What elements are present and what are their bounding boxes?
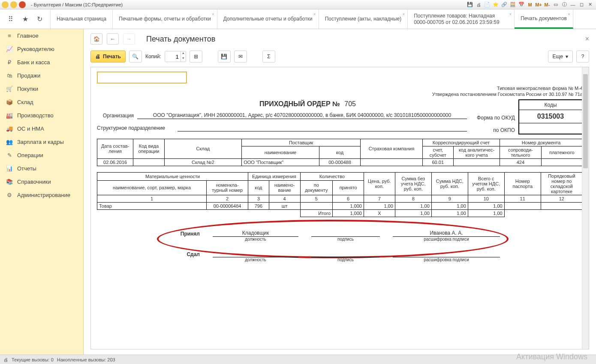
- cart-icon: 🛒: [6, 86, 13, 92]
- preview-button[interactable]: 🔍: [129, 51, 142, 63]
- window-title: - Бухгалтерия / Максим (1С:Предприятие): [31, 2, 123, 7]
- sidebar-item-admin[interactable]: ⚙Администрирование: [0, 188, 83, 202]
- column-numbers-row: 12 34 56 78 910 1112: [97, 195, 583, 202]
- sidebar-item-salary[interactable]: 👥Зарплата и кадры: [0, 135, 83, 149]
- toolbar-calc-icon[interactable]: 🧮: [509, 1, 517, 9]
- tab-close-icon[interactable]: ×: [402, 12, 405, 17]
- sidebar-item-reports[interactable]: 📊Отчеты: [0, 162, 83, 175]
- table-row: Товар 00-00006484 796 шт 1,000 1,00 1,00…: [97, 202, 583, 209]
- toolbar-print-icon[interactable]: 🖨: [475, 1, 482, 9]
- app-icon-1: [2, 1, 9, 8]
- back-button[interactable]: ←: [107, 33, 119, 45]
- sidebar-item-assets[interactable]: 🚚ОС и НМА: [0, 122, 83, 135]
- toolbar-panel-icon[interactable]: ▭: [552, 1, 560, 9]
- report-icon: 📊: [6, 165, 13, 172]
- tab-start-page[interactable]: Начальная страница: [51, 9, 113, 29]
- page-close-button[interactable]: ×: [585, 35, 589, 43]
- tab-print-forms[interactable]: Печатные формы, отчеты и обработки×: [113, 9, 217, 29]
- sidebar-item-sales[interactable]: 🛍Продажи: [0, 69, 83, 82]
- sidebar: ≡Главное 📈Руководителю ₽Банк и касса 🛍Пр…: [0, 29, 84, 355]
- tab-receipt-doc[interactable]: Поступление товаров: Накладная 0000-0007…: [408, 9, 515, 29]
- toolbar-info-icon[interactable]: ⓘ: [560, 1, 568, 9]
- table-button[interactable]: ⊞: [190, 51, 202, 63]
- page-title: Печать документов: [146, 35, 215, 44]
- history-icon[interactable]: ↻: [36, 15, 44, 23]
- tab-close-icon[interactable]: ×: [313, 12, 316, 17]
- chart-icon: 📈: [6, 46, 13, 52]
- form-header: Типовая межотраслевая форма № М-4 Утверж…: [97, 85, 583, 98]
- apps-grid-icon[interactable]: ⠿: [7, 15, 15, 23]
- header-table: Дата состав-ления Код вида операции Скла…: [97, 139, 583, 166]
- tab-additional-reports[interactable]: Дополнительные отчеты и обработки×: [217, 9, 319, 29]
- position-field: Кладовщикдолжность: [213, 230, 298, 237]
- name-field: Иванова А. А.расшифровка подписи: [393, 230, 500, 237]
- app-icon-3: [19, 1, 26, 8]
- factory-icon: 🏭: [6, 112, 13, 119]
- windows-watermark: Активация Windows: [516, 352, 587, 355]
- position-field-2: должность: [213, 257, 298, 257]
- window-minimize-button[interactable]: —: [569, 1, 577, 9]
- window-maximize-button[interactable]: ◻: [578, 1, 585, 9]
- name-field-2: расшифровка подписи: [393, 257, 500, 257]
- page-header: 🏠 ← → Печать документов ×: [84, 29, 596, 49]
- status-current: Текущие вызовы: 0: [12, 357, 54, 362]
- vertical-scrollbar[interactable]: [582, 67, 589, 349]
- sidebar-item-main[interactable]: ≡Главное: [0, 29, 83, 42]
- document-title: ПРИХОДНЫЙ ОРДЕР № 705: [97, 100, 583, 108]
- subdiv-value: [178, 131, 467, 131]
- toolbar-save-icon[interactable]: 💾: [466, 1, 474, 9]
- okpo-value: [519, 123, 582, 134]
- tabs-row: ⠿ ★ ↻ Начальная страница Печатные формы,…: [0, 9, 596, 29]
- toolbar-doc-icon[interactable]: 📄: [483, 1, 491, 9]
- codes-box: Коды 0315003: [518, 99, 583, 134]
- print-button[interactable]: 🖨 Печать: [90, 51, 126, 63]
- sidebar-item-operations[interactable]: ✎Операции: [0, 149, 83, 162]
- sidebar-item-purchases[interactable]: 🛒Покупки: [0, 82, 83, 95]
- document-preview[interactable]: Типовая межотраслевая форма № М-4 Утверж…: [90, 67, 589, 349]
- help-button[interactable]: ?: [576, 51, 589, 63]
- memory-mminus-button[interactable]: M-: [543, 1, 551, 9]
- sidebar-item-warehouse[interactable]: 📦Склад: [0, 95, 83, 109]
- toolbar-star-icon[interactable]: ⭐: [492, 1, 500, 9]
- sidebar-item-directories[interactable]: 📚Справочники: [0, 175, 83, 188]
- tab-print-documents[interactable]: Печать документов×: [515, 9, 573, 29]
- home-button[interactable]: 🏠: [90, 33, 102, 45]
- content-area: 🏠 ← → Печать документов × 🖨 Печать 🔍 Коп…: [84, 29, 596, 355]
- forward-button[interactable]: →: [123, 33, 135, 45]
- okud-value: 0315003: [519, 110, 582, 123]
- more-button[interactable]: Еще ▾: [548, 51, 573, 63]
- favorites-icon[interactable]: ★: [21, 15, 29, 23]
- ruble-icon: ₽: [6, 59, 13, 66]
- gear-icon: ⚙: [6, 192, 13, 198]
- people-icon: 👥: [6, 139, 13, 145]
- spin-up-icon[interactable]: ▲: [181, 51, 186, 57]
- tab-receipts[interactable]: Поступление (акты, накладные)×: [319, 9, 408, 29]
- edit-selection-box[interactable]: [97, 72, 187, 84]
- spin-down-icon[interactable]: ▼: [181, 57, 186, 62]
- codes-title: Коды: [519, 100, 582, 110]
- sidebar-item-production[interactable]: 🏭Производство: [0, 109, 83, 122]
- org-value: ООО "Организация", ИНН 2600000001, Адрес…: [137, 112, 467, 119]
- save-button[interactable]: 💾: [218, 51, 231, 63]
- sidebar-item-manager[interactable]: 📈Руководителю: [0, 42, 83, 56]
- copies-stepper[interactable]: ▲▼: [165, 51, 186, 62]
- toolbar-link-icon[interactable]: 🔗: [500, 1, 508, 9]
- tab-close-icon[interactable]: ×: [568, 12, 570, 17]
- status-accumulated: Накопленные вызовы: 203: [57, 357, 115, 362]
- memory-mplus-button[interactable]: M+: [535, 1, 542, 9]
- memory-m-button[interactable]: M: [526, 1, 534, 9]
- sidebar-item-bank[interactable]: ₽Банк и касса: [0, 56, 83, 69]
- signature-field-2: подпись: [311, 257, 380, 257]
- tab-close-icon[interactable]: ×: [212, 12, 214, 17]
- pencil-icon: ✎: [6, 152, 13, 158]
- tabs-left-controls: ⠿ ★ ↻: [0, 9, 51, 29]
- toolbar-calendar-icon[interactable]: 📅: [518, 1, 525, 9]
- table-row: 02.06.2016 Склад №2 ООО "Поставщик" 00-0…: [97, 158, 583, 166]
- toolbar: 🖨 Печать 🔍 Копий: ▲▼ ⊞ 💾 ✉ Σ Еще ▾ ?: [84, 49, 596, 67]
- total-row: Итого 1,000 Х 1,00 1,00 1,00: [97, 209, 583, 217]
- sum-button[interactable]: Σ: [262, 51, 275, 63]
- window-title-bar: - Бухгалтерия / Максим (1С:Предприятие) …: [0, 0, 596, 9]
- tab-close-icon[interactable]: ×: [509, 12, 512, 17]
- email-button[interactable]: ✉: [234, 51, 247, 63]
- window-close-button[interactable]: ✕: [586, 1, 594, 9]
